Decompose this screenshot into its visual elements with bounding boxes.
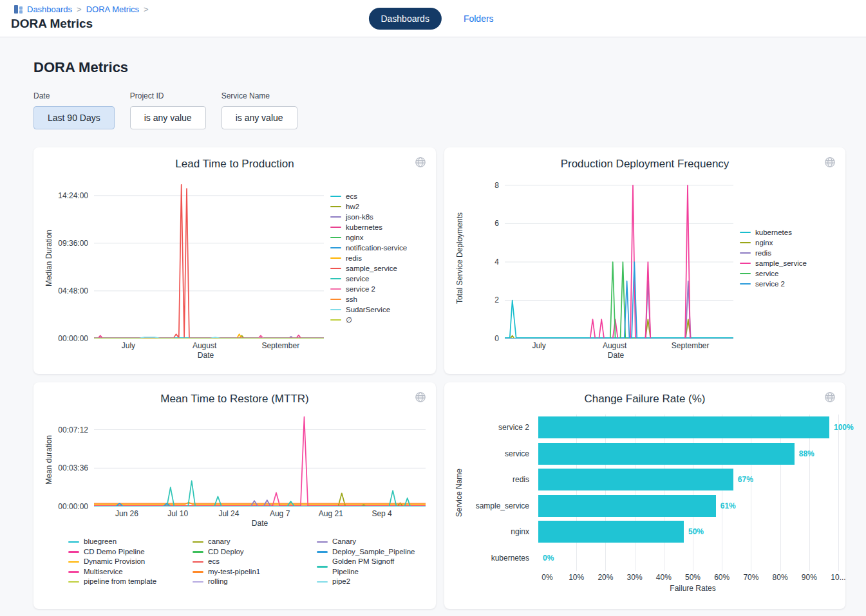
- legend-item[interactable]: sample_service: [740, 259, 835, 268]
- legend-item[interactable]: service 2: [740, 279, 835, 289]
- legend-item[interactable]: notification-service: [330, 243, 426, 253]
- legend-item[interactable]: nginx: [330, 233, 426, 243]
- legend-swatch: [317, 551, 328, 553]
- legend-item[interactable]: Dynamic Provision: [68, 557, 171, 567]
- line-plot-area[interactable]: [94, 413, 426, 507]
- legend-item[interactable]: CD Demo Pipeline: [68, 547, 171, 557]
- legend-item[interactable]: CD Deploy: [193, 547, 295, 557]
- breadcrumb-dora-metrics[interactable]: DORA Metrics: [86, 5, 139, 14]
- legend-item[interactable]: service: [330, 274, 426, 284]
- y-axis-ticks: 00:00:0000:03:3600:07:12: [54, 413, 94, 507]
- line-chart-svg: [94, 413, 426, 507]
- legend-item[interactable]: my-test-pipelin1: [193, 567, 295, 577]
- card-mean-time-to-restore: Mean Time to Restore (MTTR) Mean duratio…: [33, 382, 436, 609]
- line-plot-area[interactable]: [94, 178, 324, 339]
- legend-item[interactable]: Multiservice: [68, 567, 171, 577]
- breadcrumb-separator: >: [77, 5, 82, 14]
- legend-swatch: [740, 283, 751, 285]
- chart-legend: kubernetesnginxredissample_serviceservic…: [733, 178, 835, 339]
- legend-item[interactable]: redis: [740, 248, 835, 258]
- legend-item[interactable]: ∅: [330, 315, 426, 325]
- legend-item[interactable]: redis: [330, 254, 426, 263]
- globe-icon[interactable]: [823, 155, 837, 169]
- bar-value-label: 50%: [688, 527, 704, 536]
- legend-swatch: [193, 561, 203, 563]
- y-axis-ticks: 02468: [465, 178, 505, 339]
- legend-item[interactable]: pipeline from template: [68, 577, 171, 587]
- chart-legend: bluegreenCD Demo PipelineDynamic Provisi…: [68, 537, 419, 587]
- line-chart-svg: [505, 178, 733, 339]
- legend-item[interactable]: ssh: [330, 295, 426, 304]
- x-tick: September: [261, 341, 299, 350]
- globe-icon[interactable]: [413, 390, 428, 404]
- legend-swatch: [740, 273, 751, 275]
- x-axis-label: Date: [94, 351, 317, 360]
- legend-item[interactable]: rolling: [193, 577, 295, 587]
- legend-item[interactable]: ecs: [330, 192, 426, 201]
- x-tick: 30%: [627, 573, 643, 582]
- legend-item[interactable]: hw2: [330, 202, 426, 212]
- bar[interactable]: [538, 443, 795, 465]
- bar[interactable]: [538, 416, 829, 438]
- bar[interactable]: [538, 521, 684, 543]
- globe-icon[interactable]: [413, 155, 428, 169]
- legend-item[interactable]: sample_service: [330, 264, 426, 274]
- page-title: DORA Metrics: [33, 37, 845, 76]
- bar-cell: 88%: [538, 443, 829, 465]
- legend-item[interactable]: service: [740, 269, 835, 279]
- legend-item[interactable]: pipe2: [317, 577, 419, 587]
- legend-item[interactable]: canary: [193, 537, 295, 547]
- legend-item[interactable]: kubernetes: [740, 228, 835, 238]
- tab-dashboards[interactable]: Dashboards: [368, 8, 442, 30]
- x-tick: Jul 24: [218, 509, 239, 518]
- legend-label: Dynamic Provision: [84, 557, 145, 567]
- header-tabs: Dashboards Folders: [368, 8, 497, 30]
- legend-swatch: [68, 561, 79, 563]
- tiles-grid: Lead Time to Production Median Duration …: [33, 147, 845, 609]
- breadcrumb-dashboards[interactable]: Dashboards: [27, 5, 72, 14]
- filter-date-value[interactable]: Last 90 Days: [33, 106, 115, 129]
- filter-project-id-value[interactable]: is any value: [130, 106, 206, 129]
- legend-item[interactable]: nginx: [740, 238, 835, 248]
- legend-label: hw2: [346, 202, 359, 212]
- x-tick: July: [122, 341, 135, 350]
- filter-service-name-value[interactable]: is any value: [221, 106, 297, 129]
- tab-folders[interactable]: Folders: [460, 13, 498, 24]
- x-axis-label: Failure Rates: [547, 584, 838, 593]
- y-tick: 4: [494, 257, 499, 266]
- bar[interactable]: [538, 495, 716, 517]
- legend-swatch: [330, 278, 341, 280]
- legend-item[interactable]: Canary: [317, 537, 419, 547]
- y-tick: 09:36:00: [58, 239, 88, 248]
- legend-label: pipe2: [332, 577, 350, 587]
- legend-item[interactable]: Golden PM Signoff Pipeline: [317, 557, 419, 577]
- legend-item[interactable]: SudarService: [330, 305, 426, 315]
- globe-icon[interactable]: [823, 390, 837, 404]
- legend-label: nginx: [346, 233, 364, 243]
- legend-swatch: [740, 232, 751, 234]
- legend-item[interactable]: kubernetes: [330, 223, 426, 232]
- bar-row: sample_service61%: [464, 493, 838, 519]
- bar-rows: service 2100%service88%redis67%sample_se…: [464, 415, 838, 571]
- x-tick: 10...: [831, 573, 845, 582]
- legend-label: ecs: [346, 192, 357, 201]
- legend-swatch: [193, 571, 203, 573]
- x-axis-ticks: Jun 26Jul 10Jul 24Aug 7Aug 21Sep 4: [94, 507, 426, 518]
- legend-item[interactable]: bluegreen: [68, 537, 171, 547]
- filter-service-name: Service Name is any value: [221, 91, 297, 129]
- y-axis-label: Total Service Deployments: [455, 178, 465, 339]
- legend-item[interactable]: json-k8s: [330, 212, 426, 222]
- x-axis-ticks: JulyAugustSeptember: [505, 339, 727, 350]
- legend-item[interactable]: Deploy_Sample_Pipeline: [317, 547, 419, 557]
- filter-date-label: Date: [33, 91, 115, 100]
- legend-item[interactable]: service 2: [330, 285, 426, 294]
- legend-label: notification-service: [346, 243, 407, 253]
- bar-value-label: 67%: [738, 475, 753, 484]
- legend-label: kubernetes: [755, 228, 792, 238]
- legend-label: redis: [346, 254, 362, 263]
- bar[interactable]: [538, 469, 733, 490]
- line-plot-area[interactable]: [505, 178, 733, 339]
- legend-item[interactable]: ecs: [193, 557, 295, 567]
- legend-label: kubernetes: [346, 223, 382, 232]
- y-tick: 14:24:00: [58, 191, 88, 200]
